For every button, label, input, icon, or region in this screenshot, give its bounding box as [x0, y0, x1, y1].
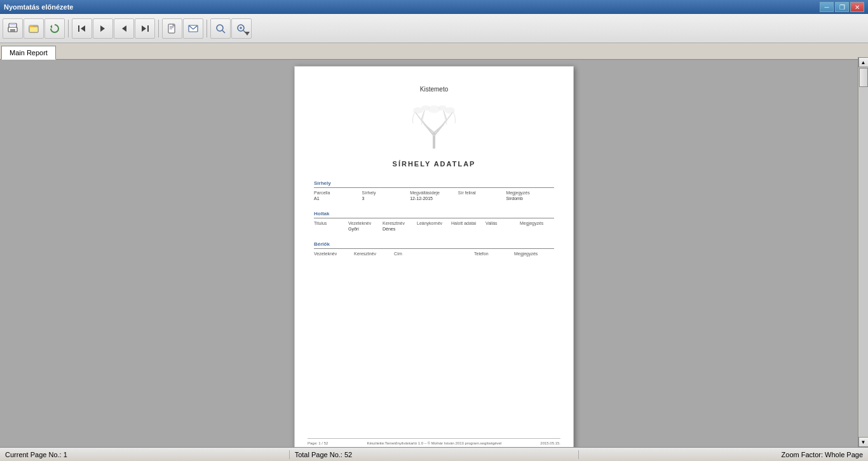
- refresh-button[interactable]: [44, 18, 65, 39]
- col-sirfelirat: Sír felirat: [458, 190, 506, 195]
- holtak-divider: [314, 218, 554, 218]
- restore-button[interactable]: ❐: [835, 2, 849, 12]
- first-page-button[interactable]: [72, 18, 92, 39]
- cell-megjegyzes2: [520, 227, 554, 231]
- export-button[interactable]: [162, 18, 182, 39]
- footer-credits: Készítette:Temetőnyilvántartó 1.0 – © Mo…: [367, 441, 501, 445]
- status-zoom: Zoom Factor: Whole Page: [584, 451, 863, 458]
- scroll-thumb[interactable]: [859, 68, 868, 87]
- col-empty: [434, 251, 474, 256]
- email-button[interactable]: [183, 18, 203, 39]
- scroll-track[interactable]: [859, 68, 868, 436]
- col-vallas: Vallás: [485, 221, 520, 225]
- cell-vezeteknev: Győri: [348, 227, 383, 231]
- status-current-page: Current Page No.: 1: [5, 451, 284, 458]
- svg-rect-2: [10, 29, 15, 30]
- close-button[interactable]: ✕: [850, 2, 864, 12]
- document-footer: Page: 1 / 52 Készítette:Temetőnyilvántar…: [308, 438, 560, 445]
- status-divider-2: [578, 450, 579, 459]
- sirhely-title: Sírhely: [314, 180, 554, 186]
- sirhely-row: A1 3 12-12-2015 Sírdomb: [314, 196, 554, 201]
- next-page-button[interactable]: [114, 18, 134, 39]
- total-page-label: Total Page No.:: [295, 451, 342, 458]
- status-total-page: Total Page No.: 52: [295, 451, 574, 458]
- window-title: Nyomtatás előnézete: [4, 3, 73, 11]
- title-bar: Nyomtatás előnézete ─ ❐ ✕: [0, 0, 868, 14]
- svg-marker-10: [81, 25, 85, 32]
- separator-2: [158, 20, 159, 37]
- svg-point-43: [428, 105, 440, 113]
- toolbar-group-1: [3, 18, 65, 39]
- svg-marker-12: [122, 25, 126, 32]
- zoom-label: Zoom Factor:: [782, 451, 823, 458]
- scroll-down-button[interactable]: ▼: [858, 437, 869, 447]
- col-vezeteknev2: Vezeteknév: [314, 251, 354, 256]
- current-page-value: 1: [64, 451, 67, 458]
- footer-page: Page: 1 / 52: [308, 441, 328, 445]
- svg-rect-3: [10, 30, 15, 31]
- sirhely-header: Parcella Sírhely Megváltásideje Sír feli…: [314, 190, 554, 195]
- tab-bar: Main Report: [0, 43, 868, 60]
- svg-marker-14: [142, 25, 146, 32]
- prev-page-button[interactable]: [93, 18, 113, 39]
- footer-date: 2015.05.15.: [540, 441, 560, 445]
- svg-marker-27: [245, 32, 250, 36]
- svg-line-38: [444, 117, 450, 124]
- scrollbar-right[interactable]: ▲ ▼: [858, 60, 868, 447]
- svg-marker-11: [100, 25, 105, 32]
- holtak-header: Titulus Vezeteknév Keresztnév Leánykorné…: [314, 221, 554, 225]
- current-page-label: Current Page No.:: [5, 451, 62, 458]
- col-sirhely: Sírhely: [362, 190, 410, 195]
- holtak-section: Holtak Titulus Vezeteknév Keresztnév Leá…: [314, 211, 554, 231]
- cell-megvaltas: 12-12-2015: [410, 196, 458, 201]
- col-leanykor: Leánykornév: [417, 221, 451, 225]
- svg-line-32: [434, 124, 444, 133]
- search-button[interactable]: [210, 18, 231, 39]
- open-button[interactable]: [24, 18, 44, 39]
- svg-marker-8: [50, 25, 52, 29]
- col-megjegyzes3: Megjegyzés: [514, 251, 554, 256]
- col-megjegyzes1: Megjegyzés: [506, 190, 554, 195]
- col-telefon: Telefon: [474, 251, 514, 256]
- svg-rect-7: [29, 25, 33, 27]
- minimize-button[interactable]: ─: [820, 2, 834, 12]
- cell-keresztnev: Dénes: [383, 227, 417, 231]
- berlok-header: Vezeteknév Keresztnév Cím Telefon Megjeg…: [314, 251, 554, 256]
- print-button[interactable]: [3, 18, 23, 39]
- print-preview-page: Kistemeto: [294, 66, 574, 447]
- holtak-row: Győri Dénes: [314, 227, 554, 231]
- scroll-up-button[interactable]: ▲: [858, 60, 869, 67]
- cell-titulus: [314, 227, 348, 231]
- cell-halott: [451, 227, 485, 231]
- berlok-section: Bérlők Vezeteknév Keresztnév Cím Telefon…: [314, 241, 554, 256]
- document-heading: SÍRHELY ADATLAP: [314, 160, 554, 168]
- col-halott: Halott adatai: [451, 221, 485, 225]
- document-image: [405, 98, 463, 155]
- col-vezeteknev: Vezeteknév: [348, 221, 383, 225]
- cell-sirfelirat: [458, 196, 506, 201]
- svg-line-22: [222, 30, 225, 33]
- svg-point-21: [217, 25, 223, 31]
- separator-3: [207, 20, 207, 37]
- cell-vallas: [485, 227, 520, 231]
- toolbar-group-search: [210, 18, 252, 39]
- status-bar: Current Page No.: 1 Total Page No.: 52 Z…: [0, 447, 868, 461]
- toolbar-group-nav: [72, 18, 155, 39]
- cell-sirhely: 3: [362, 196, 410, 201]
- total-page-value: 52: [344, 451, 352, 458]
- cell-megjegyzes1: Sírdomb: [506, 196, 554, 201]
- berlok-title: Bérlők: [314, 241, 554, 247]
- col-titulus: Titulus: [314, 221, 348, 225]
- separator-1: [68, 20, 69, 37]
- tab-main-report[interactable]: Main Report: [1, 46, 56, 60]
- content-area: Kistemeto: [0, 60, 868, 447]
- zoom-button[interactable]: [231, 18, 252, 39]
- toolbar-group-export: [162, 18, 203, 39]
- col-cim: Cím: [394, 251, 434, 256]
- window-controls: ─ ❐ ✕: [820, 2, 864, 12]
- svg-rect-6: [29, 27, 38, 32]
- col-parcella: Parcella: [314, 190, 362, 195]
- zoom-value: Whole Page: [825, 451, 863, 458]
- svg-rect-4: [10, 23, 15, 25]
- last-page-button[interactable]: [135, 18, 155, 39]
